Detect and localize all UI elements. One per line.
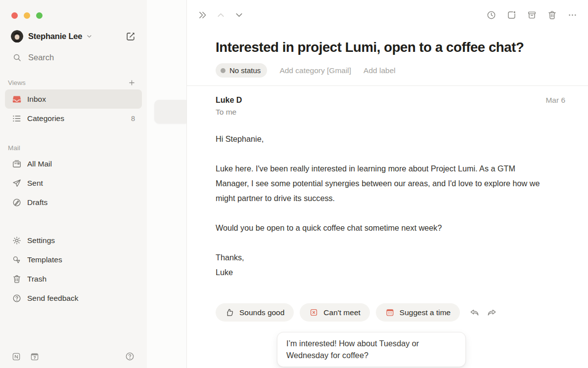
all-mail-icon <box>12 159 22 169</box>
quick-reply-actions: Sounds good Can't meet Suggest a time <box>216 303 565 322</box>
tooltip-line: Wednesday for coffee? <box>286 349 456 361</box>
chevron-up-icon[interactable] <box>213 7 228 22</box>
status-dot-icon <box>221 68 226 73</box>
sidebar-item-send-feedback[interactable]: Send feedback <box>5 288 142 308</box>
sidebar-item-inbox[interactable]: Inbox <box>5 89 142 109</box>
add-category-button[interactable]: Add category [Gmail] <box>279 66 351 75</box>
calendar-icon <box>385 308 395 317</box>
drafts-icon <box>12 198 22 207</box>
message-date: Mar 6 <box>545 96 565 105</box>
thumbs-up-icon <box>225 308 234 317</box>
sent-icon <box>12 178 22 188</box>
body-line <box>216 205 565 220</box>
collapsed-list-panel <box>147 0 186 368</box>
chevron-down-icon[interactable] <box>231 7 246 22</box>
body-line: might partner to drive its success. <box>216 191 565 205</box>
sidebar-item-label: Trash <box>27 275 46 284</box>
sidebar-item-categories[interactable]: Categories 8 <box>5 109 142 128</box>
sidebar-item-trash[interactable]: Trash <box>5 269 142 288</box>
action-label: Suggest a time <box>400 308 451 317</box>
minimize-window-button[interactable] <box>24 12 30 19</box>
help-circle-icon[interactable] <box>125 351 135 362</box>
views-section-label: Views <box>8 79 26 86</box>
trash-icon[interactable] <box>544 7 559 22</box>
plus-icon[interactable] <box>128 79 136 87</box>
window-controls <box>0 0 147 19</box>
body-line: Thanks, <box>216 250 565 265</box>
views-nav: Inbox Categories 8 <box>0 89 147 128</box>
sidebar-item-label: Templates <box>27 255 62 264</box>
toolbar-right-group <box>484 7 580 22</box>
categories-count-badge: 8 <box>131 115 135 123</box>
search-input[interactable]: Search <box>12 53 135 62</box>
divider <box>187 85 588 86</box>
action-label: Can't meet <box>323 308 360 317</box>
tag-row: No status Add category [Gmail] Add label <box>216 63 565 78</box>
recipient-line[interactable]: To me <box>216 108 242 117</box>
chevron-down-icon <box>86 33 93 40</box>
add-label-button[interactable]: Add label <box>363 66 396 75</box>
body-line <box>216 146 565 161</box>
reading-pane: Interested in project Lumi, open to a co… <box>186 0 588 368</box>
avatar <box>11 30 23 42</box>
email-header: Luke D To me Mar 6 <box>216 96 565 117</box>
sidebar-item-label: Send feedback <box>27 294 78 303</box>
sidebar-item-templates[interactable]: Templates <box>5 250 142 269</box>
zoom-window-button[interactable] <box>36 12 43 19</box>
page-title: Interested in project Lumi, open to a co… <box>216 40 565 55</box>
sidebar-footer <box>0 351 147 368</box>
forward-icon[interactable] <box>485 306 498 320</box>
sidebar-item-drafts[interactable]: Drafts <box>5 193 142 212</box>
close-window-button[interactable] <box>11 12 18 19</box>
calendar-7-icon[interactable] <box>30 352 40 362</box>
trash-icon <box>12 274 22 284</box>
sidebar-item-label: Inbox <box>27 95 46 104</box>
categories-icon <box>12 114 22 123</box>
help-circle-icon <box>12 293 22 303</box>
collapse-panel-icon[interactable] <box>195 7 210 22</box>
status-pill[interactable]: No status <box>216 63 267 78</box>
sounds-good-button[interactable]: Sounds good <box>216 303 294 322</box>
gear-icon <box>12 236 22 245</box>
body-line: Would you be open to a quick coffee chat… <box>216 220 565 235</box>
body-line: Hi Stephanie, <box>216 131 565 146</box>
more-ellipsis-icon[interactable] <box>565 7 580 22</box>
sidebar-item-settings[interactable]: Settings <box>5 231 142 250</box>
account-name: Stephanie Lee <box>28 32 82 41</box>
notion-logo-icon[interactable] <box>11 352 21 362</box>
views-section-header: Views <box>8 79 136 87</box>
account-switcher[interactable]: Stephanie Lee <box>11 30 136 42</box>
utility-nav: Settings Templates Trash Send feedback <box>0 231 147 308</box>
tooltip-line: I’m interested! How about Tuesday or <box>286 337 456 349</box>
search-icon <box>12 53 22 62</box>
body-line: Manager, I see some potential synergies … <box>216 176 565 191</box>
suggest-a-time-button[interactable]: Suggest a time <box>376 303 460 322</box>
action-label: Sounds good <box>239 308 284 317</box>
inbox-icon <box>12 94 22 104</box>
mail-section-label: Mail <box>8 144 20 152</box>
selected-email-peek[interactable] <box>154 100 190 123</box>
sidebar-item-label: Drafts <box>27 198 47 207</box>
mail-nav: All Mail Sent Drafts <box>0 154 147 212</box>
x-square-icon <box>309 308 318 317</box>
move-to-icon[interactable] <box>504 7 519 22</box>
body-line: Luke here. I've been really interested i… <box>216 161 565 176</box>
reply-forward-group <box>467 306 498 320</box>
sidebar-item-label: All Mail <box>27 160 52 168</box>
sender-name: Luke D <box>216 96 242 105</box>
reply-icon[interactable] <box>467 306 481 320</box>
cant-meet-button[interactable]: Can't meet <box>300 303 369 322</box>
sidebar-item-label: Categories <box>27 114 64 123</box>
status-label: No status <box>229 66 261 75</box>
body-line <box>216 235 565 250</box>
archive-icon[interactable] <box>524 7 539 22</box>
sidebar-item-sent[interactable]: Sent <box>5 173 142 193</box>
sidebar: Stephanie Lee Search Views <box>0 0 147 368</box>
suggested-reply-tooltip[interactable]: I’m interested! How about Tuesday or Wed… <box>277 332 466 367</box>
snooze-clock-icon[interactable] <box>484 7 498 22</box>
message-toolbar <box>187 0 588 30</box>
sidebar-item-all-mail[interactable]: All Mail <box>5 154 142 173</box>
compose-icon[interactable] <box>125 31 136 42</box>
search-placeholder: Search <box>28 53 54 62</box>
toolbar-left-group <box>195 7 246 22</box>
